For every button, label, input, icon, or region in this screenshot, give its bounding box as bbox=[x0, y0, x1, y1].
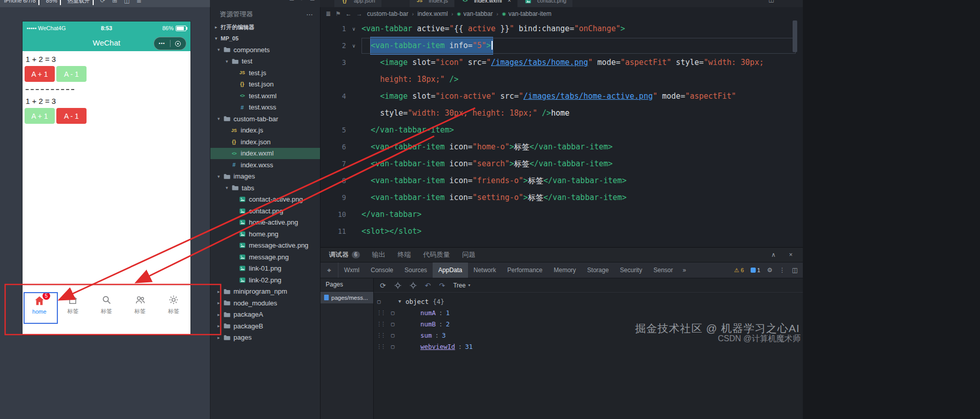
debugger-tab-代码质量[interactable]: 代码质量 bbox=[423, 250, 450, 259]
breadcrumb-item[interactable]: ◉van-tabbar bbox=[457, 10, 493, 17]
file-row-test.wxml[interactable]: <>test.wxml bbox=[210, 90, 320, 102]
device-selector[interactable]: iPhone 6/7/8 bbox=[4, 0, 36, 4]
overflow-tabs-icon[interactable]: » bbox=[678, 267, 690, 274]
button-A-1[interactable]: A - 1 bbox=[56, 108, 87, 124]
dock-side-icon[interactable]: ◫ bbox=[792, 267, 798, 274]
zoom-selector[interactable]: 85% bbox=[46, 0, 57, 4]
button-A-1[interactable]: A - 1 bbox=[56, 66, 87, 82]
split-editor-icon[interactable]: ◫ bbox=[769, 0, 774, 3]
tabbar-item-标签[interactable]: 标签 bbox=[56, 286, 90, 323]
devtools-tab-Wxml[interactable]: Wxml bbox=[338, 262, 365, 278]
grid-icon[interactable]: ⊞ bbox=[112, 0, 117, 4]
code-line[interactable]: 1∨<van-tabbar active="{{ active }}" bind… bbox=[321, 20, 803, 37]
warnings-indicator[interactable]: ⚠ 6 bbox=[734, 267, 744, 274]
tabbar-item-home[interactable]: 5home bbox=[23, 286, 56, 323]
code-line[interactable]: height: 18px;" /> bbox=[321, 71, 803, 88]
breadcrumb-item[interactable]: ◉van-tabbar-item bbox=[502, 10, 551, 17]
pages-list-item[interactable]: pages/mess... bbox=[321, 292, 373, 303]
breadcrumb-item[interactable]: custom-tab-bar bbox=[367, 10, 409, 17]
folder-row-tabs[interactable]: ▾tabs bbox=[210, 182, 320, 194]
button-A+1[interactable]: A + 1 bbox=[25, 108, 55, 124]
editor-tab-contact.png[interactable]: contact.png bbox=[518, 0, 572, 7]
more-icon[interactable]: ••• bbox=[154, 38, 170, 49]
devtools-tab-Sensor[interactable]: Sensor bbox=[648, 262, 678, 278]
file-row-index.wxml[interactable]: <>index.wxml bbox=[210, 148, 320, 160]
file-row-contact-active.png[interactable]: contact-active.png bbox=[210, 194, 320, 206]
file-row-index.json[interactable]: {}index.json bbox=[210, 136, 320, 148]
close-tab-icon[interactable]: × bbox=[507, 0, 511, 4]
menu-icon[interactable]: ≣ bbox=[136, 0, 141, 4]
folder-row-test[interactable]: ▾test bbox=[210, 56, 320, 68]
kebab-menu-icon[interactable]: ⋮ bbox=[779, 267, 785, 274]
devtools-tab-Storage[interactable]: Storage bbox=[582, 262, 614, 278]
folder-row-componnets[interactable]: ▾componnets bbox=[210, 44, 320, 56]
gear-icon[interactable]: ⚙ bbox=[767, 267, 773, 274]
tabbar-item-标签[interactable]: 标签 bbox=[90, 286, 123, 323]
view-mode-dropdown[interactable]: Tree ▾ bbox=[453, 282, 470, 289]
debugger-tab-调试器[interactable]: 调试器6 bbox=[329, 250, 360, 259]
fold-icon[interactable]: ∨ bbox=[346, 37, 361, 54]
devtools-tab-Sources[interactable]: Sources bbox=[399, 262, 433, 278]
fold-icon[interactable]: ∨ bbox=[346, 20, 361, 37]
element-picker-icon[interactable] bbox=[394, 282, 401, 289]
devtools-tab-Security[interactable]: Security bbox=[614, 262, 648, 278]
node-picker-icon[interactable] bbox=[410, 282, 417, 289]
file-row-test.js[interactable]: JStest.js bbox=[210, 67, 320, 79]
drag-grip-icon[interactable]: ⋮⋮ bbox=[374, 332, 388, 339]
file-row-contact.png[interactable]: contact.png bbox=[210, 205, 320, 217]
file-row-home-active.png[interactable]: home-active.png bbox=[210, 217, 320, 229]
list-icon[interactable]: ≣ bbox=[326, 10, 331, 17]
expand-arrow-icon[interactable]: ▼ bbox=[398, 299, 406, 304]
file-row-home.png[interactable]: home.png bbox=[210, 228, 320, 240]
debugger-tab-终端[interactable]: 终端 bbox=[398, 250, 411, 259]
file-row-index.js[interactable]: JSindex.js bbox=[210, 125, 320, 137]
new-file-icon[interactable]: ⊞ bbox=[289, 0, 294, 2]
code-line[interactable]: 9 <van-tabbar-item icon="setting-o">标签</… bbox=[321, 189, 803, 206]
file-row-index.wxss[interactable]: #index.wxss bbox=[210, 159, 320, 171]
refresh-icon[interactable]: ⟳ bbox=[380, 281, 386, 290]
close-panel-icon[interactable]: × bbox=[789, 251, 793, 258]
code-line[interactable]: 3 <image slot="icon" src="/images/tabs/h… bbox=[321, 54, 803, 71]
open-editors-section[interactable]: ▸ 打开的编辑器 bbox=[210, 21, 320, 33]
project-root-section[interactable]: ▾ MP_05 bbox=[210, 33, 320, 44]
debugger-tab-问题[interactable]: 问题 bbox=[462, 250, 476, 259]
messages-indicator[interactable]: 1 bbox=[751, 267, 760, 273]
edit-box-icon[interactable]: ▢ bbox=[388, 332, 398, 339]
undo-icon[interactable]: ↶ bbox=[425, 281, 431, 290]
edit-box-icon[interactable]: ▢ bbox=[374, 298, 384, 305]
redo-icon[interactable]: ↷ bbox=[439, 281, 445, 290]
edit-box-icon[interactable]: ▢ bbox=[388, 310, 398, 316]
code-line[interactable]: 8 <van-tabbar-item icon="friends-o">标签</… bbox=[321, 172, 803, 189]
file-row-message-active.png[interactable]: message-active.png bbox=[210, 240, 320, 252]
dock-icon[interactable]: ◫ bbox=[124, 0, 130, 4]
drag-grip-icon[interactable]: ⋮⋮ bbox=[374, 343, 388, 350]
folder-row-pages[interactable]: ▸pages bbox=[210, 332, 320, 344]
back-icon[interactable]: ← bbox=[346, 10, 352, 17]
breadcrumb-item[interactable]: index.wxml bbox=[417, 10, 448, 17]
devtools-tab-Performance[interactable]: Performance bbox=[502, 262, 548, 278]
code-area[interactable]: 1∨<van-tabbar active="{{ active }}" bind… bbox=[321, 20, 803, 247]
code-line[interactable]: 5 </van-tabbar-item> bbox=[321, 122, 803, 139]
edit-box-icon[interactable]: ▢ bbox=[388, 321, 398, 327]
bookmark-icon[interactable]: ⚑ bbox=[335, 10, 341, 17]
code-line[interactable]: 6 <van-tabbar-item icon="home-o">标签</van… bbox=[321, 139, 803, 156]
drag-grip-icon[interactable]: ⋮⋮ bbox=[374, 321, 388, 327]
code-line[interactable]: 10</van-tabbar> bbox=[321, 206, 803, 223]
folder-row-packageB[interactable]: ▸packageB bbox=[210, 320, 320, 332]
editor-tab-app.json[interactable]: {}app.json bbox=[334, 0, 381, 7]
editor-tab-index.wxml[interactable]: <>index.wxml× bbox=[455, 0, 517, 7]
code-line[interactable]: 2∨ <van-tabbar-item info="5"> bbox=[321, 37, 803, 54]
code-line[interactable]: 4 <image slot="icon-active" src="/images… bbox=[321, 88, 803, 105]
file-row-link-02.png[interactable]: link-02.png bbox=[210, 274, 320, 286]
file-row-message.png[interactable]: message.png bbox=[210, 251, 320, 263]
hot-reload-toggle[interactable]: 热重载开 bbox=[68, 0, 90, 5]
code-line[interactable]: 11<slot></slot> bbox=[321, 223, 803, 240]
code-line[interactable]: 7 <van-tabbar-item icon="search">标签</van… bbox=[321, 156, 803, 172]
editor-scrollbar[interactable] bbox=[793, 20, 797, 52]
code-line[interactable]: style="width: 30px; height: 18px;" />hom… bbox=[321, 105, 803, 122]
more-actions-icon[interactable]: ⋯ bbox=[306, 11, 313, 18]
refresh-explorer-icon[interactable]: ⟳ bbox=[300, 0, 305, 2]
folder-row-miniprogram_npm[interactable]: ▸miniprogram_npm bbox=[210, 286, 320, 298]
folder-row-packageA[interactable]: ▸packageA bbox=[210, 309, 320, 321]
devtools-tab-AppData[interactable]: AppData bbox=[433, 262, 468, 278]
